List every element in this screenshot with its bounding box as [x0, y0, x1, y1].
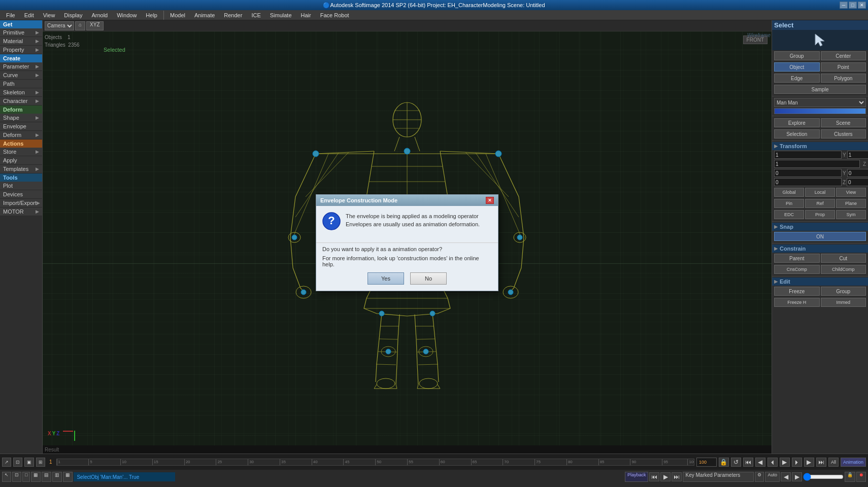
btn-bt-play[interactable]: ▶	[660, 472, 671, 481]
btn-all[interactable]: All	[828, 458, 839, 467]
btn-playback-lock[interactable]: 🔒	[719, 458, 729, 467]
btn-auto-next[interactable]: ▶	[792, 472, 802, 481]
btn-character[interactable]: Character ▶	[0, 97, 42, 106]
btn-scene[interactable]: Scene	[821, 118, 866, 127]
btn-auto-prev[interactable]: ◀	[781, 472, 791, 481]
btn-parent[interactable]: Parent	[774, 254, 820, 263]
btn-clusters[interactable]: Clusters	[821, 129, 866, 138]
btn-immed[interactable]: Immed	[821, 298, 866, 307]
snap-section-header[interactable]: ▶ Snap	[772, 223, 868, 231]
btn-primitive[interactable]: Primitive ▶	[0, 28, 42, 37]
btn-shape[interactable]: Shape ▶	[0, 114, 42, 122]
btn-selection[interactable]: Selection	[774, 129, 820, 138]
btn-edc[interactable]: EDC	[774, 210, 804, 219]
btn-prop[interactable]: Prop	[805, 210, 835, 219]
menu-render[interactable]: Render	[220, 12, 246, 19]
tl-icon1[interactable]: ↗	[2, 458, 11, 467]
btn-cut[interactable]: Cut	[821, 254, 866, 263]
btn-skeleton[interactable]: Skeleton ▶	[0, 88, 42, 97]
dialog-yes-btn[interactable]: Yes	[368, 272, 404, 285]
menu-help[interactable]: Help	[142, 12, 161, 19]
playback-mode[interactable]: Playback	[625, 472, 649, 482]
btn-bt-prev[interactable]: ⏮	[649, 472, 659, 481]
btn-curve[interactable]: Curve ▶	[0, 71, 42, 80]
btn-childcomp[interactable]: ChildComp	[821, 265, 866, 274]
btn-play[interactable]: ▶	[780, 458, 790, 467]
menu-hair[interactable]: Hair	[297, 12, 315, 19]
menu-ice[interactable]: ICE	[247, 12, 264, 19]
btn-edge[interactable]: Edge	[774, 74, 820, 83]
bt-icon3[interactable]: □	[22, 472, 30, 482]
menu-display[interactable]: Display	[60, 12, 86, 19]
menu-simulate[interactable]: Simulate	[266, 12, 296, 19]
bt-icon4[interactable]: ▦	[31, 472, 41, 482]
btn-freezeH[interactable]: Freeze H	[774, 298, 820, 307]
btn-import-export[interactable]: Import/Export ▶	[0, 199, 42, 207]
btn-sample[interactable]: Sample	[774, 85, 866, 94]
transform-rz-input[interactable]	[774, 178, 842, 186]
btn-apply[interactable]: Apply	[0, 156, 42, 165]
vp-icon-home[interactable]: ⌂	[75, 21, 85, 30]
btn-object[interactable]: Object	[774, 62, 820, 72]
btn-next-key[interactable]: ⏭	[816, 458, 826, 467]
lock-icon[interactable]: 🔒	[845, 472, 855, 482]
btn-global[interactable]: Global	[774, 188, 804, 197]
transform-x-input[interactable]	[774, 151, 842, 159]
btn-devices[interactable]: Devices	[0, 190, 42, 199]
key-marked-params[interactable]: Key Marked Parameters	[683, 472, 754, 482]
menu-model[interactable]: Model	[166, 12, 189, 19]
btn-view[interactable]: View	[836, 188, 866, 197]
btn-prev-key[interactable]: ⏮	[743, 458, 753, 467]
btn-templates[interactable]: Templates ▶	[0, 165, 42, 173]
btn-ref[interactable]: Ref	[805, 199, 835, 208]
timeline-ruler[interactable]: 1 5 10 15 20 25 30 35 40 45 50 55 60 65 …	[56, 459, 694, 466]
btn-snap-on[interactable]: ON	[774, 232, 866, 241]
btn-step-forward[interactable]: ▶	[804, 458, 814, 467]
btn-motor[interactable]: MOTOR ▶	[0, 207, 42, 216]
menu-arnold[interactable]: Arnold	[87, 12, 112, 19]
menu-edit[interactable]: Edit	[20, 12, 38, 19]
tl-icon3[interactable]: ▣	[24, 458, 34, 467]
vp-icon-xyz[interactable]: XYZ	[86, 21, 103, 30]
btn-property[interactable]: Property ▶	[0, 46, 42, 54]
btn-cnscomp[interactable]: CnsComp	[774, 265, 820, 274]
maximize-btn[interactable]: □	[849, 2, 857, 9]
btn-parameter[interactable]: Parameter ▶	[0, 62, 42, 71]
menu-animate[interactable]: Animate	[190, 12, 219, 19]
btn-loop[interactable]: ↺	[731, 458, 741, 467]
camera-select[interactable]: Camera	[45, 21, 74, 30]
section-get[interactable]: Get	[0, 20, 42, 28]
btn-edit-group[interactable]: Group	[821, 287, 866, 296]
section-actions[interactable]: Actions	[0, 140, 42, 148]
section-deform[interactable]: Deform	[0, 106, 42, 114]
animation-label[interactable]: Animation	[841, 458, 866, 467]
dialog-close-btn[interactable]: ✕	[486, 197, 494, 204]
btn-deform[interactable]: Deform ▶	[0, 131, 42, 140]
transform-ry-input[interactable]	[847, 169, 868, 177]
minimize-btn[interactable]: ─	[840, 2, 848, 9]
tl-icon4[interactable]: ⊞	[36, 458, 45, 467]
btn-store[interactable]: Store ▶	[0, 148, 42, 156]
menu-window[interactable]: Window	[113, 12, 141, 19]
btn-plot[interactable]: Plot	[0, 182, 42, 190]
close-btn[interactable]: ✕	[858, 2, 866, 9]
btn-next-frame[interactable]: ⏵	[792, 458, 802, 467]
transform-rz2-input[interactable]	[847, 178, 868, 186]
btn-polygon[interactable]: Polygon	[821, 74, 866, 83]
btn-plane[interactable]: Plane	[836, 199, 866, 208]
menu-faceRobot[interactable]: Face Robot	[316, 12, 353, 19]
settings-icon[interactable]: ⚙	[755, 472, 764, 482]
btn-sym[interactable]: Sym	[836, 210, 866, 219]
bt-icon6[interactable]: ▥	[52, 472, 62, 482]
viewport-3d[interactable]: Objects 1 Triangles 2356 Selected FRONT …	[43, 31, 772, 454]
bt-icon5[interactable]: ▤	[42, 472, 51, 482]
menu-file[interactable]: File	[2, 12, 19, 19]
btn-pin[interactable]: Pin	[774, 199, 804, 208]
transform-section-header[interactable]: ▶ Transform	[772, 142, 868, 150]
menu-view[interactable]: View	[39, 12, 59, 19]
auto-label[interactable]: Auto	[765, 472, 780, 482]
btn-point[interactable]: Point	[821, 62, 866, 72]
section-create[interactable]: Create	[0, 54, 42, 62]
transform-z-input[interactable]	[774, 160, 860, 168]
transform-rx-input[interactable]	[774, 169, 842, 177]
